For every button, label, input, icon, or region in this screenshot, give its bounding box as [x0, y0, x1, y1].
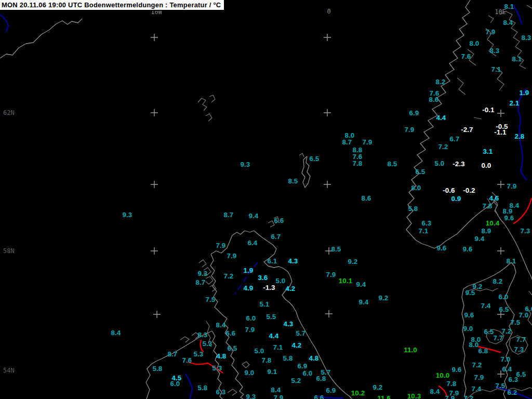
station-temp: 7.8 — [262, 356, 272, 364]
station-temp: 6.6 — [226, 329, 236, 337]
station-temp: 8.4 — [503, 19, 513, 26]
station-temp: 9.0 — [463, 325, 473, 332]
station-temp: 7.9 — [274, 394, 284, 399]
station-temp: 6.0 — [246, 314, 256, 322]
station-temp: 4.3 — [288, 257, 298, 265]
station-temp: 1.9 — [520, 89, 529, 97]
station-temp: -1.3 — [263, 284, 275, 291]
station-temp: 6.7 — [271, 233, 281, 241]
station-temp: 8.4 — [430, 388, 440, 395]
station-temp: -0.2 — [463, 187, 475, 194]
station-temp: 3.1 — [483, 148, 493, 155]
station-temp: 10.4 — [486, 219, 499, 227]
station-temp: 7.1 — [491, 65, 501, 73]
station-temp: 6.0 — [303, 369, 313, 377]
station-temp: 9.6 — [452, 366, 462, 374]
station-temp: 6.5 — [416, 168, 425, 176]
station-temp: 10.2 — [351, 389, 365, 397]
station-temp: 7.4 — [481, 302, 491, 310]
station-temp: 5.3 — [212, 364, 222, 372]
station-temp: 8.1 — [512, 55, 522, 63]
station-temp: 5.0 — [435, 159, 445, 167]
station-temp: 5.3 — [203, 340, 212, 348]
station-temp: 6.5 — [228, 344, 237, 352]
station-temp: 5.8 — [198, 384, 208, 392]
station-temp: 9.5 — [466, 289, 475, 297]
station-temp: 7.8 — [447, 380, 457, 388]
station-temp: 6.9 — [298, 362, 308, 370]
station-temp: 6.6 — [314, 394, 324, 399]
station-temp: 4.4 — [269, 332, 279, 340]
station-temp: -2.3 — [453, 160, 464, 168]
station-temp: 9.4 — [356, 281, 366, 288]
station-temp: 6.4 — [248, 239, 258, 247]
station-temp: 7.7 — [516, 336, 526, 343]
station-temp: 7.2 — [502, 327, 512, 335]
station-temp: 9.2 — [379, 294, 389, 302]
station-temp: 7.2 — [438, 143, 448, 151]
station-temp: 6.8 — [478, 347, 488, 355]
station-temp: 7.9 — [363, 138, 373, 146]
station-temp: 9.0 — [245, 369, 255, 377]
station-temp: 9.6 — [504, 214, 514, 222]
station-temp: 10.1 — [339, 277, 352, 285]
station-temp: 8.7 — [196, 278, 206, 286]
station-temp: 8.4 — [111, 329, 121, 337]
station-temp: 9.3 — [246, 393, 256, 399]
station-temp: 8.7 — [224, 211, 234, 219]
station-temp: 9.6 — [437, 244, 447, 252]
station-temp: 10.3 — [407, 392, 421, 399]
station-temp: 8.7 — [168, 350, 178, 358]
station-temp: 5.8 — [408, 205, 418, 212]
station-temp: 8.6 — [429, 96, 439, 103]
station-temp: 4.6 — [489, 194, 499, 202]
station-temp: 8.6 — [362, 194, 371, 202]
station-temp: 2.8 — [515, 132, 525, 140]
station-temp: 7.9 — [474, 374, 484, 381]
station-temp: 7.9 — [445, 394, 455, 399]
station-temp: 7.9 — [486, 28, 496, 36]
station-temp: 6.6 — [525, 305, 532, 313]
station-temp: 7.5 — [206, 296, 216, 303]
station-temp: 8.4 — [216, 321, 226, 329]
station-temp: 8.5 — [388, 160, 397, 168]
station-temp: 9.1 — [268, 368, 277, 376]
station-temp: 7.9 — [227, 252, 237, 260]
station-temp: 7.8 — [483, 202, 493, 210]
station-temp: 7.5 — [496, 382, 506, 390]
station-temp: 7.0 — [501, 355, 511, 363]
station-temp: 5.2 — [291, 377, 301, 384]
station-temp: 6.4 — [502, 365, 512, 373]
station-temp: 0.0 — [482, 162, 491, 169]
station-temp: 11.6 — [377, 394, 391, 399]
weather-map: 8.18.47.98.38.08.37.68.17.18.27.68.66.94… — [0, 0, 532, 399]
station-temp: 6.8 — [316, 375, 326, 382]
station-temp: -0.6 — [443, 187, 455, 194]
station-temp: -1.1 — [494, 128, 506, 136]
station-temp: 9.4 — [249, 212, 259, 220]
station-temp: 5.0 — [276, 277, 286, 285]
station-temp: 8.0 — [470, 39, 480, 47]
station-temp: 6.3 — [509, 376, 518, 383]
station-temp: 6.3 — [422, 219, 432, 227]
station-temp: 6.6 — [274, 217, 284, 224]
station-temp: 9.6 — [463, 245, 473, 253]
latitude-label: 54N — [3, 367, 15, 374]
station-temp: 7.6 — [182, 356, 192, 364]
station-temp: 4.4 — [436, 114, 446, 122]
station-temp: -0.1 — [482, 106, 494, 114]
station-temp: 9.4 — [359, 298, 369, 306]
station-temp: 7.2 — [224, 272, 234, 280]
station-temp: 6.9 — [326, 387, 336, 394]
station-temp: 7.9 — [326, 271, 336, 278]
map-title-bar: MON 20.11.06 19:00 UTC Bodenwettermeldun… — [0, 0, 225, 11]
station-temp: 4.2 — [286, 285, 296, 292]
station-temp: 8.0 — [469, 341, 479, 349]
station-temp: 9.4 — [475, 235, 485, 243]
station-temp: 7.2 — [464, 394, 474, 399]
station-temp: 5.7 — [296, 329, 306, 337]
station-temp: 7.9 — [507, 182, 517, 190]
station-temp: 6.9 — [409, 109, 419, 117]
station-temp: 7.3 — [514, 345, 524, 353]
station-temp: 7.4 — [472, 385, 482, 393]
